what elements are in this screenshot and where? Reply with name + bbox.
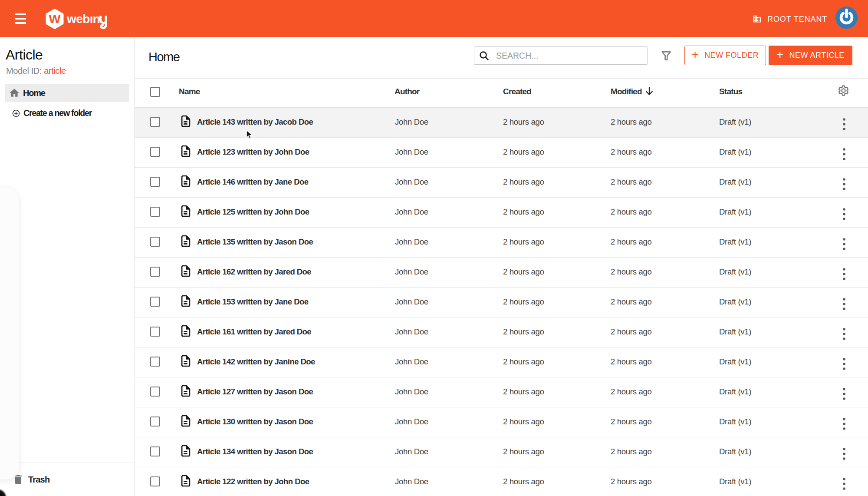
svg-text:W: W: [49, 13, 61, 26]
svg-text:webın: webın: [66, 12, 100, 26]
